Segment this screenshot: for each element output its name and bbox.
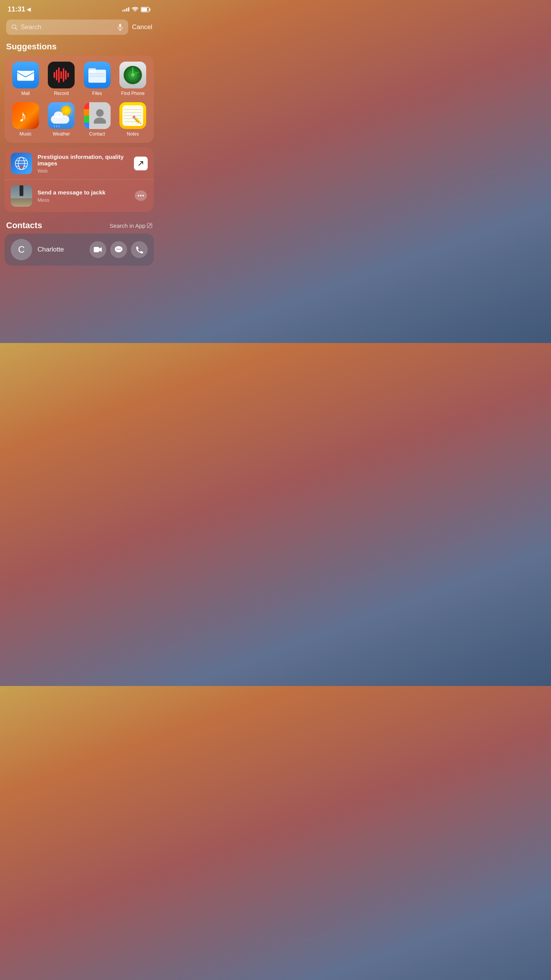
svg-rect-11 (56, 70, 57, 80)
web-suggestion-title: Prestigious information, quality images (37, 154, 129, 167)
svg-rect-16 (67, 73, 69, 77)
notes-label: Notes (127, 131, 139, 137)
status-bar: 11:31 ◀ (0, 0, 158, 16)
app-item-mail[interactable]: Mail (11, 62, 41, 96)
app-grid-card: Mail Record (5, 56, 154, 143)
svg-rect-9 (17, 71, 34, 81)
svg-point-34 (138, 195, 139, 196)
contacts-title: Contacts (6, 220, 42, 230)
svg-text:♪: ♪ (19, 107, 27, 125)
svg-point-41 (118, 249, 119, 250)
status-time: 11:31 ◀ (8, 5, 31, 13)
contacts-header: Contacts Search in App (0, 217, 158, 234)
svg-rect-2 (142, 8, 147, 11)
svg-point-42 (120, 249, 121, 250)
mail-label: Mail (21, 91, 30, 96)
signal-bars (122, 7, 129, 11)
signal-bar-3 (126, 8, 127, 11)
app-item-findphone[interactable]: Find Phone (118, 62, 148, 96)
record-label: Record (54, 91, 69, 96)
record-icon (48, 62, 75, 88)
svg-point-27 (94, 118, 106, 124)
svg-point-35 (140, 195, 142, 196)
search-container: Search Cancel (0, 16, 158, 39)
video-call-button[interactable] (90, 241, 106, 258)
message-suggestion-content: Send a message to jackk Mess (37, 189, 129, 203)
mail-icon (12, 62, 39, 88)
svg-point-26 (96, 109, 104, 117)
web-action-button[interactable] (134, 157, 148, 170)
svg-point-40 (117, 249, 118, 250)
svg-rect-18 (88, 68, 96, 73)
weather-icon (48, 102, 75, 129)
phone-button[interactable] (131, 241, 148, 258)
signal-bar-1 (122, 10, 124, 11)
svg-rect-38 (94, 247, 99, 252)
app-item-weather[interactable]: Weather (47, 102, 77, 137)
signal-bar-4 (128, 7, 129, 11)
svg-rect-19 (89, 74, 105, 74)
search-in-app-button[interactable]: Search in App (110, 222, 152, 229)
app-item-notes[interactable]: ✏️ Notes (118, 102, 148, 137)
web-thumb (11, 153, 32, 174)
charlotte-name: Charlotte (37, 246, 84, 253)
contact-item-charlotte: C Charlotte (5, 234, 154, 266)
message-suggestion-title: Send a message to jackk (37, 189, 129, 196)
svg-rect-20 (89, 76, 105, 77)
notes-icon: ✏️ (119, 102, 146, 129)
search-icon (11, 24, 18, 30)
message-suggestion-item[interactable]: Send a message to jackk Mess (5, 180, 154, 212)
app-item-music[interactable]: ♪ Music (11, 102, 41, 137)
svg-rect-15 (65, 70, 67, 80)
files-label: Files (92, 91, 102, 96)
music-label: Music (20, 131, 31, 137)
suggestion-card: Prestigious information, quality images … (5, 147, 154, 212)
svg-rect-1 (150, 8, 151, 11)
suggestions-title: Suggestions (0, 39, 158, 56)
time-display: 11:31 (8, 5, 25, 13)
web-suggestion-content: Prestigious information, quality images … (37, 154, 129, 174)
wifi-icon (132, 7, 139, 12)
svg-rect-10 (54, 72, 55, 78)
charlotte-actions (90, 241, 148, 258)
svg-rect-12 (58, 67, 60, 83)
message-suggestion-sub: Mess (37, 197, 129, 203)
location-icon: ◀ (27, 7, 31, 12)
search-input[interactable]: Search (21, 23, 114, 31)
microphone-icon[interactable] (117, 24, 123, 31)
findphone-label: Find Phone (121, 91, 145, 96)
svg-line-4 (16, 28, 18, 30)
svg-point-36 (142, 195, 144, 196)
battery-icon (141, 7, 151, 12)
svg-rect-14 (63, 68, 64, 82)
status-icons (122, 7, 151, 12)
charlotte-avatar: C (11, 239, 32, 260)
message-action-button[interactable] (134, 189, 148, 203)
contact-label: Contact (89, 131, 105, 137)
cancel-button[interactable]: Cancel (132, 23, 152, 31)
app-item-files[interactable]: Files (82, 62, 112, 96)
message-button[interactable] (110, 241, 127, 258)
app-item-record[interactable]: Record (47, 62, 77, 96)
app-grid: Mail Record (11, 62, 148, 137)
search-bar[interactable]: Search (6, 20, 128, 35)
findphone-icon (119, 62, 146, 88)
web-suggestion-sub: Web (37, 168, 129, 174)
svg-rect-5 (119, 24, 121, 28)
weather-label: Weather (53, 131, 70, 137)
message-thumb (11, 185, 32, 207)
web-suggestion-item[interactable]: Prestigious information, quality images … (5, 147, 154, 180)
svg-rect-13 (60, 71, 62, 79)
signal-bar-2 (124, 9, 126, 11)
contacts-card: C Charlotte (5, 234, 154, 266)
files-icon (84, 62, 111, 88)
app-item-contact[interactable]: Contact (82, 102, 112, 137)
music-icon: ♪ (12, 102, 39, 129)
contact-icon (84, 102, 111, 129)
